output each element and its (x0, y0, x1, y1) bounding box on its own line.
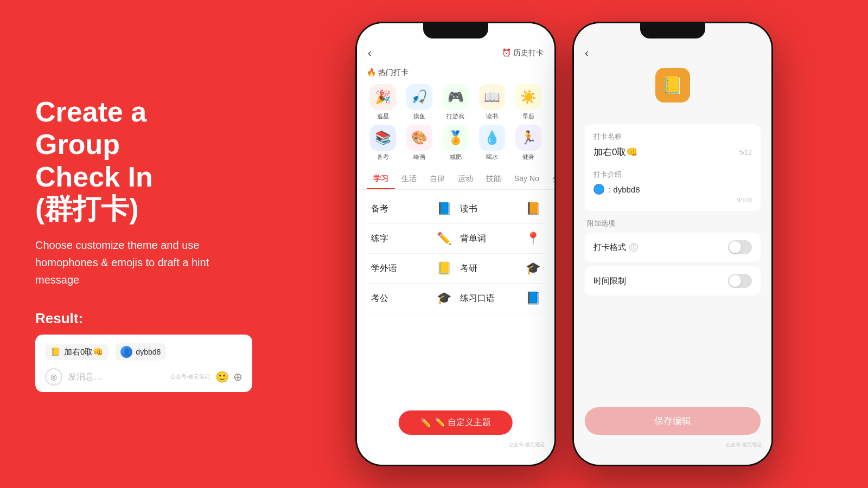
category-row: 学外语 📒 考研 🎓 (367, 254, 545, 284)
list-item[interactable]: 🎮 打游戏 (439, 84, 471, 120)
cat-name: 练习口语 (460, 293, 495, 304)
list-item[interactable]: 考公 🎓 (367, 284, 456, 313)
toggle-row-time: 时间限制 (585, 266, 761, 296)
toggle-row-format: 打卡格式 ⓘ (585, 233, 761, 262)
custom-theme-button[interactable]: ✏️ ✏️ 自定义主题 (399, 410, 513, 435)
cat-icon: 📒 (437, 261, 451, 275)
phone1-topbar: ‹ ⏰ 历史打卡 (357, 42, 554, 62)
icon-label: 喝水 (486, 153, 498, 161)
list-item[interactable]: 背单词 📍 (456, 224, 545, 254)
form-divider (593, 164, 752, 164)
tab-beauty[interactable]: 变美 (546, 170, 554, 189)
name-form-section: 打卡名称 加右0取👊 5/12 打卡介绍 🌐 : dybbd8 9/100 (585, 124, 761, 211)
category-list: 备考 📘 读书 📙 练字 ✏️ (357, 194, 554, 313)
list-item[interactable]: 练字 ✏️ (367, 224, 456, 254)
cat-icon: 📙 (526, 202, 540, 216)
additional-section: 附加选项 打卡格式 ⓘ 时间限制 (585, 219, 761, 296)
toggle-label-format: 打卡格式 ⓘ (593, 242, 638, 253)
phone1-topbar-right: ⏰ 历史打卡 (502, 48, 544, 58)
cat-name: 考研 (460, 263, 477, 274)
name-value-row: 加右0取👊 5/12 (593, 146, 752, 158)
list-item[interactable]: 📚 备考 (367, 125, 399, 161)
icon-circle: 🎨 (406, 125, 432, 151)
tab-study[interactable]: 学习 (367, 170, 395, 189)
list-item[interactable]: 🎉 追星 (367, 84, 399, 120)
cat-icon: 📘 (437, 202, 451, 216)
main-title: Create a Group Check In (群打卡) (35, 96, 228, 226)
tab-life[interactable]: 生活 (395, 170, 423, 189)
icon-circle: 📚 (370, 125, 396, 151)
phone2-back-arrow[interactable]: ‹ (585, 47, 589, 59)
subtitle-text: Choose customize theme and use homophone… (35, 236, 228, 288)
list-item[interactable]: 🏃 健身 (513, 125, 545, 161)
category-tab-bar: 学习 生活 自律 运动 技能 Say No 变美 (357, 170, 554, 190)
name-value[interactable]: 加右0取👊 (593, 146, 637, 158)
intro-value-row: 🌐 : dybbd8 (593, 184, 752, 195)
cat-name: 背单词 (460, 233, 486, 245)
icon-label: 摸鱼 (413, 112, 425, 120)
phones-section: ‹ ⏰ 历史打卡 🔥 热门打卡 🎉 追星 (260, 11, 868, 477)
phone2-watermark: 公众号·移元笔记 (726, 441, 762, 448)
result-card: 📒 加右0取👊 👤 dybbd8 ◎ 发消息… 公众号·移元笔记 🙂 ⊕ (35, 335, 252, 392)
list-item[interactable]: 读书 📙 (456, 194, 545, 224)
phone1-screen: ‹ ⏰ 历史打卡 🔥 热门打卡 🎉 追星 (357, 23, 554, 465)
mic-icon: ◎ (45, 368, 62, 386)
list-item[interactable]: 🎣 摸鱼 (403, 84, 435, 120)
cat-name: 学外语 (371, 263, 397, 274)
hot-section: 🔥 热门打卡 🎉 追星 🎣 摸鱼 🎮 打游戏 (357, 62, 554, 170)
toggle-switch-time[interactable] (728, 274, 752, 288)
icon-label: 绘画 (413, 153, 425, 161)
list-item[interactable]: 备考 📘 (367, 194, 456, 224)
category-row: 练字 ✏️ 背单词 📍 (367, 224, 545, 254)
hot-section-label: 🔥 热门打卡 (367, 68, 545, 78)
tab-discipline[interactable]: 自律 (423, 170, 451, 189)
phone1-notch (423, 23, 488, 38)
phone2-topbar: ‹ (574, 42, 771, 62)
phone2-screen: ‹ 📒 打卡名称 加右0取👊 5/12 打卡介绍 (574, 23, 771, 465)
toggle-label-time: 时间限制 (593, 276, 626, 286)
toggle-switch-format[interactable] (728, 240, 752, 254)
additional-label: 附加选项 (585, 219, 761, 228)
list-item[interactable]: 考研 🎓 (456, 254, 545, 284)
phone2-notch (640, 23, 705, 38)
info-icon[interactable]: ⓘ (629, 243, 638, 252)
icon-circle: 🏅 (443, 125, 469, 151)
cat-name: 考公 (371, 293, 388, 304)
list-item[interactable]: 📖 读书 (476, 84, 508, 120)
card-footer-icons: 🙂 ⊕ (215, 370, 242, 383)
tag-emoji: 📒 (50, 347, 61, 357)
list-item[interactable]: 学外语 📒 (367, 254, 456, 284)
list-item[interactable]: 💧 喝水 (476, 125, 508, 161)
result-watermark: 公众号·移元笔记 (170, 373, 210, 381)
phone1-back-arrow[interactable]: ‹ (368, 47, 372, 59)
icon-label: 备考 (377, 153, 389, 161)
tab-sayno[interactable]: Say No (508, 170, 546, 189)
custom-theme-icon: ✏️ (420, 418, 431, 428)
icon-circle: 📖 (479, 84, 505, 110)
phone1-inner: ‹ ⏰ 历史打卡 🔥 热门打卡 🎉 追星 (357, 23, 554, 465)
add-icon: ⊕ (233, 370, 242, 383)
list-item[interactable]: 练习口语 📘 (456, 284, 545, 313)
result-card-tag: 📒 加右0取👊 (45, 344, 108, 360)
left-section: Create a Group Check In (群打卡) Choose cus… (0, 0, 260, 488)
icon-label: 减肥 (450, 153, 462, 161)
name-char-count: 5/12 (739, 149, 752, 156)
list-item[interactable]: ☀️ 早起 (513, 84, 545, 120)
cat-icon: 🎓 (437, 291, 451, 305)
save-button[interactable]: 保存编辑 (585, 407, 761, 435)
tab-sports[interactable]: 运动 (451, 170, 480, 189)
custom-theme-label: ✏️ 自定义主题 (435, 417, 491, 428)
category-row: 考公 🎓 练习口语 📘 (367, 284, 545, 313)
emoji-icon: 🙂 (215, 370, 229, 383)
tab-skills[interactable]: 技能 (480, 170, 508, 189)
phone1-mockup: ‹ ⏰ 历史打卡 🔥 热门打卡 🎉 追星 (355, 22, 556, 466)
intro-label: 打卡介绍 (593, 170, 752, 179)
tag-text: 加右0取👊 (64, 347, 103, 357)
list-item[interactable]: 🎨 绘画 (403, 125, 435, 161)
globe-icon: 🌐 (593, 184, 604, 195)
list-item[interactable]: 🏅 减肥 (439, 125, 471, 161)
icon-circle: ☀️ (515, 84, 541, 110)
icon-label: 读书 (486, 112, 498, 120)
cat-icon: 📘 (526, 291, 540, 305)
icon-circle: 💧 (479, 125, 505, 151)
